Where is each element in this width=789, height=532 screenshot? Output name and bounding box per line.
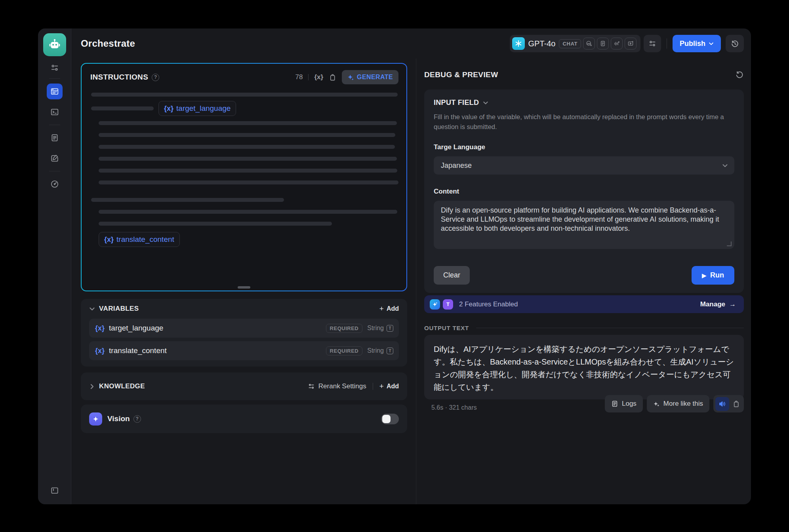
input-field-card: INPUT FIELD Fill in the value of the var… xyxy=(424,89,744,293)
variable-token: {x} xyxy=(164,104,173,113)
variable-token: {x} xyxy=(95,324,105,332)
model-mode-badge: CHAT xyxy=(559,39,581,48)
skeleton-line xyxy=(99,169,397,173)
model-parameters-button[interactable] xyxy=(644,35,661,52)
variable-token: {x} xyxy=(95,347,105,355)
vision-help-icon[interactable]: ? xyxy=(133,415,141,423)
output-divider-rule xyxy=(476,328,744,328)
instructions-title: INSTRUCTIONS xyxy=(90,73,148,82)
copy-prompt-icon[interactable] xyxy=(329,74,336,81)
copy-output-icon[interactable] xyxy=(732,400,740,408)
rail-divider xyxy=(49,125,60,125)
topbar-divider xyxy=(667,38,667,49)
output-stats: 5.6s · 321 chars xyxy=(431,404,477,411)
debug-preview-title: DEBUG & PREVIEW xyxy=(424,70,498,79)
chevron-down-icon[interactable] xyxy=(89,306,95,312)
variable-row[interactable]: {x} translate_content REQUIRED StringT xyxy=(89,341,399,360)
prompt-editor[interactable]: {x} target_language xyxy=(82,84,406,291)
rail-divider xyxy=(49,78,60,79)
audio-capability-icon xyxy=(611,38,623,49)
orchestrate-settings-icon[interactable] xyxy=(49,62,61,74)
model-name: GPT-4o xyxy=(528,39,556,48)
variable-chip-translate-content[interactable]: {x} translate_content xyxy=(99,232,180,247)
manage-features-button[interactable]: Manage → xyxy=(700,300,736,308)
instructions-help-icon[interactable]: ? xyxy=(152,74,159,81)
vision-section: Vision ? xyxy=(81,405,407,433)
restart-icon[interactable] xyxy=(735,70,744,79)
knowledge-title: KNOWLEDGE xyxy=(99,382,145,390)
skeleton-line xyxy=(91,93,398,97)
variable-chip-target-language[interactable]: {x} target_language xyxy=(158,101,236,116)
plus-icon: + xyxy=(379,304,384,313)
chevron-down-icon xyxy=(483,100,488,106)
version-history-button[interactable] xyxy=(726,35,744,52)
chevron-right-icon[interactable] xyxy=(89,384,95,390)
sidebar-item-annotation[interactable] xyxy=(47,150,63,166)
more-like-this-button[interactable]: More like this xyxy=(647,395,709,412)
sidebar-item-logs[interactable] xyxy=(47,130,63,146)
char-count: 78 xyxy=(295,73,303,81)
model-selector[interactable]: GPT-4o CHAT xyxy=(510,35,640,52)
knowledge-section: KNOWLEDGE Rerank Settings +Add xyxy=(81,372,407,400)
add-knowledge-button[interactable]: +Add xyxy=(379,382,399,391)
variable-row[interactable]: {x} target_language REQUIRED StringT xyxy=(89,319,399,338)
input-field-title: INPUT FIELD xyxy=(434,99,479,107)
clear-button[interactable]: Clear xyxy=(434,266,470,285)
features-enabled-bar[interactable]: T 2 Features Enabled Manage → xyxy=(424,295,744,313)
input-field-collapse[interactable]: INPUT FIELD xyxy=(434,99,734,107)
skeleton-line xyxy=(99,210,397,214)
features-enabled-text: 2 Features Enabled xyxy=(459,300,518,308)
sidebar-item-monitoring[interactable] xyxy=(47,176,63,192)
output-section: Difyは、AIアプリケーションを構築するためのオープンソースプラットフォームで… xyxy=(424,335,744,412)
panel-resize-handle[interactable] xyxy=(238,286,250,289)
sparkle-icon xyxy=(653,401,660,407)
skeleton-line xyxy=(99,145,395,149)
skeleton-line xyxy=(99,133,395,137)
sidebar-rail xyxy=(38,28,71,504)
debug-preview-panel: DEBUG & PREVIEW INPUT FIELD Fill in the … xyxy=(416,59,751,504)
skeleton-line xyxy=(99,121,397,125)
plus-icon: + xyxy=(379,382,384,391)
tool-divider xyxy=(308,74,309,80)
collapse-sidebar-icon[interactable] xyxy=(49,484,61,496)
text-to-speech-icon: T xyxy=(443,299,453,310)
output-card: Difyは、AIアプリケーションを構築するためのオープンソースプラットフォームで… xyxy=(424,335,744,399)
chevron-down-icon xyxy=(722,163,728,169)
sidebar-item-orchestrate[interactable] xyxy=(47,84,63,99)
instructions-panel: INSTRUCTIONS ? 78 {x} GENERATE xyxy=(81,63,407,291)
orchestrate-panel: INSTRUCTIONS ? 78 {x} GENERATE xyxy=(71,59,416,504)
target-language-select[interactable]: Japanese xyxy=(434,156,734,175)
video-capability-icon xyxy=(625,38,637,49)
required-badge: REQUIRED xyxy=(326,346,363,355)
skeleton-line xyxy=(91,106,154,110)
vision-label: Vision xyxy=(107,414,130,423)
sidebar-item-terminal[interactable] xyxy=(47,104,63,120)
insert-variable-button[interactable]: {x} xyxy=(314,73,323,81)
play-icon: ▶ xyxy=(702,272,706,279)
logs-button[interactable]: Logs xyxy=(605,395,643,412)
skeleton-line xyxy=(99,157,397,161)
string-type-icon[interactable]: T xyxy=(387,325,393,332)
string-type-icon[interactable]: T xyxy=(387,348,393,354)
variables-title: VARIABLES xyxy=(99,305,139,313)
rerank-settings-button[interactable]: Rerank Settings xyxy=(308,382,366,390)
run-button[interactable]: ▶ Run xyxy=(692,266,734,285)
app-window: Orchestrate GPT-4o CHAT xyxy=(38,28,751,504)
vision-toggle[interactable] xyxy=(381,414,399,424)
output-text: Difyは、AIアプリケーションを構築するためのオープンソースプラットフォームで… xyxy=(434,343,734,393)
output-text-label: OUTPUT TEXT xyxy=(424,325,469,331)
conversation-opener-icon xyxy=(430,299,440,310)
required-badge: REQUIRED xyxy=(326,324,363,333)
generate-button[interactable]: GENERATE xyxy=(342,70,398,84)
app-avatar-robot-icon[interactable] xyxy=(43,33,66,56)
vision-capability-icon xyxy=(583,38,595,49)
content-textarea[interactable]: Dify is an open-source platform for buil… xyxy=(434,201,734,249)
add-variable-button[interactable]: +Add xyxy=(379,304,399,313)
skeleton-line xyxy=(91,198,284,202)
publish-button[interactable]: Publish xyxy=(673,35,721,52)
section-divider xyxy=(373,383,373,390)
toggle-knob xyxy=(382,415,391,423)
audio-copy-group xyxy=(713,395,744,412)
document-capability-icon xyxy=(597,38,609,49)
speaker-icon[interactable] xyxy=(715,397,729,411)
